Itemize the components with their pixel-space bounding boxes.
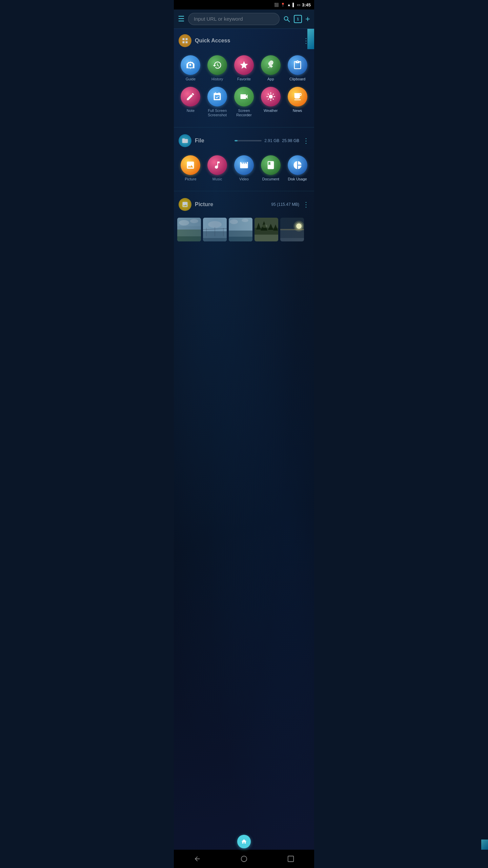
clipboard-item[interactable]: Clipboard [284,53,311,84]
thumbnail-5[interactable] [280,218,304,241]
file-video-icon [234,155,254,175]
screenshot-label: Full Screen Screenshot [205,108,229,117]
clipboard-icon [288,55,307,75]
file-picture-icon [181,155,200,175]
recorder-icon [234,87,254,106]
file-diskusage-label: Disk Usage [288,177,307,181]
news-label: News [293,108,302,113]
file-section-title: File [195,138,231,144]
svg-point-13 [179,220,189,225]
favorite-item[interactable]: Favorite [231,53,258,84]
svg-point-28 [230,219,238,224]
total-storage: 25.98 GB [282,138,299,143]
file-video-label: Video [239,177,249,181]
recorder-item[interactable]: Screen Recorder [231,84,258,120]
svg-line-1 [288,20,290,22]
url-input-container[interactable] [188,13,280,25]
history-item[interactable]: History [204,53,231,84]
guide-item[interactable]: Guide [177,53,204,84]
file-menu[interactable]: ⋮ [303,137,309,145]
nav-bar [174,850,314,853]
file-picture-item[interactable]: Picture [177,153,204,184]
battery-icon: ▭ [297,3,300,7]
svg-rect-2 [183,38,185,40]
clipboard-label: Clipboard [289,77,305,81]
app-label: App [267,77,274,81]
screenshot-item[interactable]: Full Screen Screenshot [204,84,231,120]
quick-access-header: Quick Access ⋮ [174,29,314,50]
quick-access-title: Quick Access [195,38,299,44]
thumbnail-2[interactable] [203,218,227,241]
news-item[interactable]: News [284,84,311,120]
weather-label: Weather [264,108,278,113]
status-icons: ⬛ 📍 ▲ ▌ ▭ 3:45 [274,2,311,7]
picture-header: Picture 95 (115.47 MB) ⋮ [174,193,314,214]
thumbnail-4[interactable] [255,218,278,241]
history-label: History [211,77,223,81]
svg-point-19 [208,221,222,228]
home-nav-button[interactable] [234,852,254,853]
file-header: File 2.91 GB 25.98 GB ⋮ [174,129,314,150]
note-item[interactable]: Note [177,84,204,120]
add-tab-button[interactable]: + [305,14,310,24]
thumbnail-3[interactable] [229,218,252,241]
file-document-label: Document [262,177,279,181]
back-button[interactable] [187,852,207,853]
search-button[interactable] [283,15,290,23]
file-diskusage-item[interactable]: Disk Usage [284,153,311,184]
svg-rect-33 [255,235,278,241]
quick-access-grid: Guide History Favorite [174,50,314,126]
weather-item[interactable]: Weather [257,84,284,120]
menu-button[interactable]: ☰ [178,15,185,23]
file-picture-label: Picture [185,177,196,181]
picture-grid [174,214,314,245]
svg-rect-3 [186,38,188,40]
quick-access-icon [179,34,191,47]
news-icon [288,87,307,106]
svg-rect-11 [177,230,201,236]
svg-rect-26 [229,231,252,237]
svg-rect-10 [177,226,201,230]
guide-icon [181,55,200,75]
address-bar: ☰ 1 + [174,9,314,29]
status-time: 3:45 [302,2,311,7]
top-stripe-decoration [307,29,314,49]
recent-apps-button[interactable] [281,852,301,853]
favorite-icon [234,55,254,75]
wifi-icon: ▲ [287,3,291,7]
svg-point-29 [242,219,248,222]
svg-rect-5 [186,41,188,43]
file-music-icon [207,155,227,175]
location-icon: 📍 [281,3,285,7]
picture-section-icon [179,198,191,211]
storage-bar [235,140,262,141]
svg-point-38 [262,224,267,228]
file-music-label: Music [212,177,222,181]
file-diskusage-icon [288,155,307,175]
status-bar: ⬛ 📍 ▲ ▌ ▭ 3:45 [174,0,314,9]
picture-section-title: Picture [195,201,268,208]
app-item[interactable]: App [257,53,284,84]
picture-menu[interactable]: ⋮ [303,200,309,209]
svg-point-6 [268,63,270,65]
svg-rect-12 [177,236,201,241]
divider-1 [174,127,314,127]
thumbnail-1[interactable] [177,218,201,241]
favorite-label: Favorite [237,77,251,81]
svg-rect-18 [203,238,227,241]
file-music-item[interactable]: Music [204,153,231,184]
svg-rect-27 [229,237,252,241]
file-video-item[interactable]: Video [231,153,258,184]
svg-point-14 [190,219,198,223]
url-input[interactable] [194,16,274,22]
note-icon [181,87,200,106]
signal-icon: ▌ [292,3,295,7]
note-label: Note [187,108,195,113]
screenshot-icon [207,87,227,106]
storage-fill [235,140,238,141]
home-button[interactable] [237,835,251,848]
tab-count-button[interactable]: 1 [294,15,302,23]
file-document-item[interactable]: Document [257,153,284,184]
used-storage: 2.91 GB [264,138,279,143]
recorder-label: Screen Recorder [232,108,256,117]
